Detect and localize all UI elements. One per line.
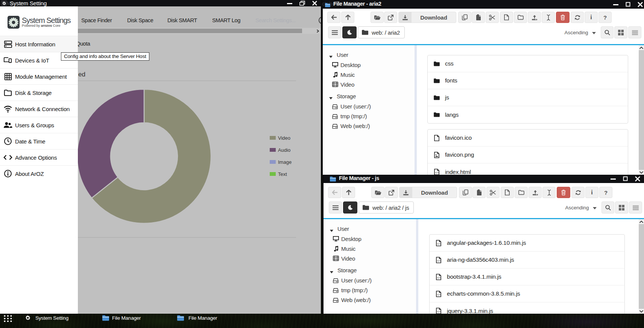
- svg-text:</>: </>: [437, 293, 440, 296]
- svg-text:</>: </>: [437, 259, 440, 262]
- svg-text:</>: </>: [437, 243, 440, 245]
- svg-text:</>: </>: [437, 276, 440, 279]
- svg-text:</>: </>: [435, 171, 439, 174]
- svg-text:</>: </>: [437, 310, 440, 313]
